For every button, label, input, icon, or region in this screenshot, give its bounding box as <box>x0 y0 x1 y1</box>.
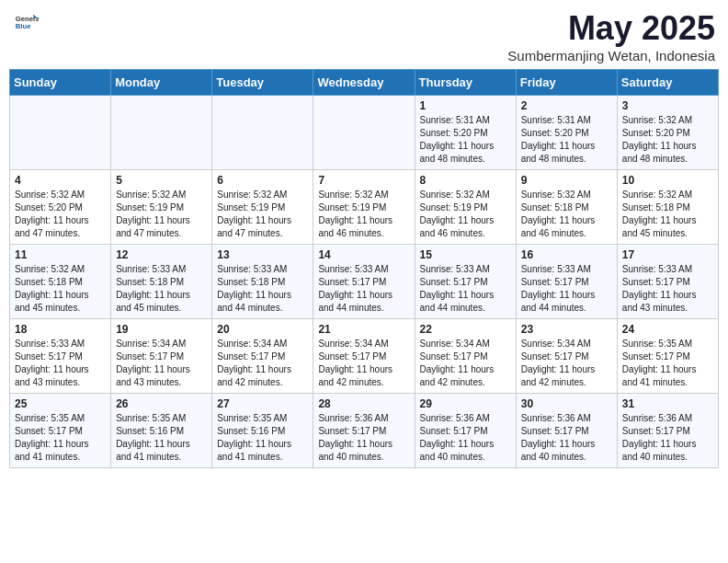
calendar-cell <box>212 96 313 170</box>
calendar-cell: 28Sunrise: 5:36 AM Sunset: 5:17 PM Dayli… <box>313 394 415 468</box>
day-info: Sunrise: 5:34 AM Sunset: 5:17 PM Dayligh… <box>116 338 207 389</box>
calendar-cell: 23Sunrise: 5:34 AM Sunset: 5:17 PM Dayli… <box>516 319 617 394</box>
calendar-cell: 6Sunrise: 5:32 AM Sunset: 5:19 PM Daylig… <box>212 170 313 245</box>
calendar-cell: 26Sunrise: 5:35 AM Sunset: 5:16 PM Dayli… <box>111 394 212 468</box>
day-info: Sunrise: 5:33 AM Sunset: 5:18 PM Dayligh… <box>217 263 308 315</box>
calendar-cell: 10Sunrise: 5:32 AM Sunset: 5:18 PM Dayli… <box>617 170 718 245</box>
weekday-header-monday: Monday <box>111 70 212 96</box>
calendar-cell: 8Sunrise: 5:32 AM Sunset: 5:19 PM Daylig… <box>415 170 516 245</box>
day-number: 28 <box>318 397 409 410</box>
day-info: Sunrise: 5:31 AM Sunset: 5:20 PM Dayligh… <box>420 114 511 166</box>
day-number: 19 <box>116 323 207 336</box>
day-info: Sunrise: 5:33 AM Sunset: 5:17 PM Dayligh… <box>15 338 106 389</box>
calendar-cell: 29Sunrise: 5:36 AM Sunset: 5:17 PM Dayli… <box>415 394 516 468</box>
calendar-week-3: 11Sunrise: 5:32 AM Sunset: 5:18 PM Dayli… <box>10 245 719 319</box>
day-number: 18 <box>15 323 106 336</box>
day-info: Sunrise: 5:33 AM Sunset: 5:17 PM Dayligh… <box>622 263 713 315</box>
day-info: Sunrise: 5:33 AM Sunset: 5:18 PM Dayligh… <box>116 263 207 315</box>
day-info: Sunrise: 5:36 AM Sunset: 5:17 PM Dayligh… <box>420 412 511 464</box>
day-info: Sunrise: 5:33 AM Sunset: 5:17 PM Dayligh… <box>318 263 409 315</box>
calendar-cell: 22Sunrise: 5:34 AM Sunset: 5:17 PM Dayli… <box>415 319 516 394</box>
calendar-cell: 18Sunrise: 5:33 AM Sunset: 5:17 PM Dayli… <box>10 319 111 394</box>
svg-text:General: General <box>16 15 39 23</box>
calendar-cell: 16Sunrise: 5:33 AM Sunset: 5:17 PM Dayli… <box>516 245 617 319</box>
day-info: Sunrise: 5:35 AM Sunset: 5:17 PM Dayligh… <box>622 338 713 389</box>
day-info: Sunrise: 5:34 AM Sunset: 5:17 PM Dayligh… <box>420 338 511 389</box>
day-info: Sunrise: 5:36 AM Sunset: 5:17 PM Dayligh… <box>521 412 612 464</box>
day-info: Sunrise: 5:35 AM Sunset: 5:16 PM Dayligh… <box>217 412 308 464</box>
day-info: Sunrise: 5:34 AM Sunset: 5:17 PM Dayligh… <box>217 338 308 389</box>
day-number: 3 <box>622 99 713 112</box>
day-number: 25 <box>15 397 106 410</box>
calendar-week-2: 4Sunrise: 5:32 AM Sunset: 5:20 PM Daylig… <box>10 170 719 245</box>
day-number: 8 <box>420 174 511 187</box>
calendar-cell: 13Sunrise: 5:33 AM Sunset: 5:18 PM Dayli… <box>212 245 313 319</box>
location-subtitle: Sumbermanjing Wetan, Indonesia <box>507 48 715 63</box>
logo: General Blue <box>13 9 39 35</box>
weekday-header-thursday: Thursday <box>415 70 516 96</box>
day-number: 23 <box>521 323 612 336</box>
calendar-cell <box>10 96 111 170</box>
day-number: 21 <box>318 323 409 336</box>
calendar-cell: 31Sunrise: 5:36 AM Sunset: 5:17 PM Dayli… <box>617 394 718 468</box>
title-block: May 2025 Sumbermanjing Wetan, Indonesia <box>507 9 715 63</box>
day-number: 6 <box>217 174 308 187</box>
day-info: Sunrise: 5:32 AM Sunset: 5:19 PM Dayligh… <box>116 189 207 240</box>
day-number: 9 <box>521 174 612 187</box>
day-info: Sunrise: 5:32 AM Sunset: 5:18 PM Dayligh… <box>521 189 612 240</box>
day-number: 1 <box>420 99 511 112</box>
day-info: Sunrise: 5:32 AM Sunset: 5:18 PM Dayligh… <box>622 189 713 240</box>
calendar-cell: 12Sunrise: 5:33 AM Sunset: 5:18 PM Dayli… <box>111 245 212 319</box>
calendar-cell: 11Sunrise: 5:32 AM Sunset: 5:18 PM Dayli… <box>10 245 111 319</box>
day-number: 13 <box>217 248 308 261</box>
day-number: 31 <box>622 397 713 410</box>
calendar-cell: 9Sunrise: 5:32 AM Sunset: 5:18 PM Daylig… <box>516 170 617 245</box>
day-info: Sunrise: 5:35 AM Sunset: 5:16 PM Dayligh… <box>116 412 207 464</box>
calendar-cell: 15Sunrise: 5:33 AM Sunset: 5:17 PM Dayli… <box>415 245 516 319</box>
day-number: 22 <box>420 323 511 336</box>
day-info: Sunrise: 5:34 AM Sunset: 5:17 PM Dayligh… <box>521 338 612 389</box>
weekday-header-saturday: Saturday <box>617 70 718 96</box>
calendar-cell: 14Sunrise: 5:33 AM Sunset: 5:17 PM Dayli… <box>313 245 415 319</box>
day-number: 15 <box>420 248 511 261</box>
calendar-cell: 27Sunrise: 5:35 AM Sunset: 5:16 PM Dayli… <box>212 394 313 468</box>
day-number: 11 <box>15 248 106 261</box>
day-info: Sunrise: 5:34 AM Sunset: 5:17 PM Dayligh… <box>318 338 409 389</box>
calendar-cell: 21Sunrise: 5:34 AM Sunset: 5:17 PM Dayli… <box>313 319 415 394</box>
calendar-cell: 3Sunrise: 5:32 AM Sunset: 5:20 PM Daylig… <box>617 96 718 170</box>
calendar-cell: 24Sunrise: 5:35 AM Sunset: 5:17 PM Dayli… <box>617 319 718 394</box>
page-header: General Blue May 2025 Sumbermanjing Weta… <box>9 9 719 63</box>
day-number: 27 <box>217 397 308 410</box>
day-number: 7 <box>318 174 409 187</box>
day-number: 29 <box>420 397 511 410</box>
calendar-cell: 17Sunrise: 5:33 AM Sunset: 5:17 PM Dayli… <box>617 245 718 319</box>
day-info: Sunrise: 5:36 AM Sunset: 5:17 PM Dayligh… <box>622 412 713 464</box>
calendar-cell: 1Sunrise: 5:31 AM Sunset: 5:20 PM Daylig… <box>415 96 516 170</box>
day-info: Sunrise: 5:36 AM Sunset: 5:17 PM Dayligh… <box>318 412 409 464</box>
month-title: May 2025 <box>507 9 715 48</box>
day-info: Sunrise: 5:33 AM Sunset: 5:17 PM Dayligh… <box>420 263 511 315</box>
day-number: 14 <box>318 248 409 261</box>
weekday-header-row: SundayMondayTuesdayWednesdayThursdayFrid… <box>10 70 719 96</box>
day-info: Sunrise: 5:32 AM Sunset: 5:18 PM Dayligh… <box>15 263 106 315</box>
day-number: 2 <box>521 99 612 112</box>
calendar-cell <box>313 96 415 170</box>
day-info: Sunrise: 5:32 AM Sunset: 5:19 PM Dayligh… <box>318 189 409 240</box>
day-number: 4 <box>15 174 106 187</box>
day-number: 12 <box>116 248 207 261</box>
day-info: Sunrise: 5:32 AM Sunset: 5:20 PM Dayligh… <box>622 114 713 166</box>
calendar-week-5: 25Sunrise: 5:35 AM Sunset: 5:17 PM Dayli… <box>10 394 719 468</box>
weekday-header-friday: Friday <box>516 70 617 96</box>
calendar-cell: 7Sunrise: 5:32 AM Sunset: 5:19 PM Daylig… <box>313 170 415 245</box>
calendar-cell: 5Sunrise: 5:32 AM Sunset: 5:19 PM Daylig… <box>111 170 212 245</box>
calendar-cell: 30Sunrise: 5:36 AM Sunset: 5:17 PM Dayli… <box>516 394 617 468</box>
day-number: 5 <box>116 174 207 187</box>
logo-icon: General Blue <box>13 9 39 35</box>
day-info: Sunrise: 5:31 AM Sunset: 5:20 PM Dayligh… <box>521 114 612 166</box>
day-info: Sunrise: 5:32 AM Sunset: 5:20 PM Dayligh… <box>15 189 106 240</box>
day-number: 30 <box>521 397 612 410</box>
calendar-cell <box>111 96 212 170</box>
svg-text:Blue: Blue <box>16 22 31 30</box>
day-number: 16 <box>521 248 612 261</box>
day-number: 26 <box>116 397 207 410</box>
